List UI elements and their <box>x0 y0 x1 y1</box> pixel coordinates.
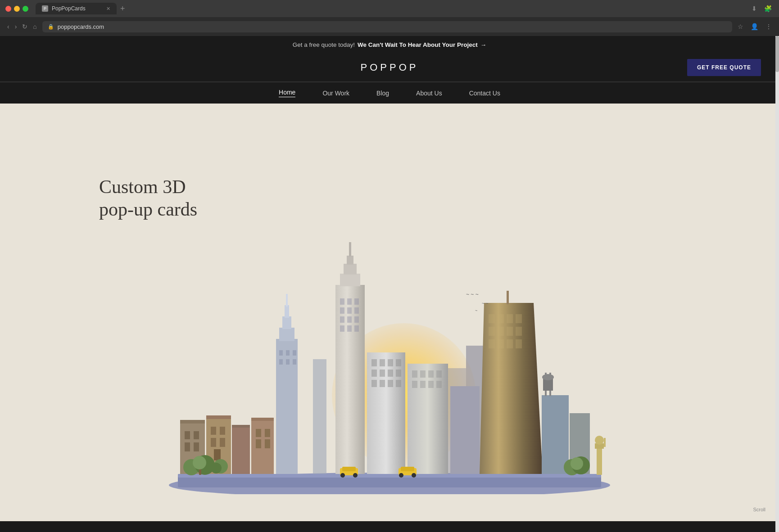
svg-rect-21 <box>251 420 274 474</box>
hero-title: Custom 3D pop-up cards <box>99 176 197 221</box>
svg-rect-89 <box>507 339 513 348</box>
home-button[interactable]: ⌂ <box>31 21 38 32</box>
tab-favicon: P <box>42 5 48 12</box>
svg-rect-23 <box>256 429 261 437</box>
announcement-normal: Get a free quote today! <box>293 41 355 48</box>
svg-rect-85 <box>507 327 513 336</box>
svg-rect-91 <box>507 291 509 304</box>
forward-button[interactable]: › <box>13 21 19 32</box>
svg-rect-39 <box>340 274 360 286</box>
svg-rect-30 <box>285 305 289 318</box>
svg-point-106 <box>571 457 583 470</box>
svg-rect-101 <box>199 469 201 475</box>
website-content: Get a free quote today! We Can't Wait To… <box>0 36 779 532</box>
address-bar[interactable]: 🔒 poppopcards.com <box>42 21 732 32</box>
svg-rect-41 <box>347 256 353 265</box>
profile-icon[interactable]: 👤 <box>749 21 760 32</box>
svg-point-103 <box>211 463 222 473</box>
site-logo[interactable]: POPPOP <box>361 62 419 73</box>
minimize-button[interactable] <box>14 6 20 12</box>
svg-point-117 <box>595 436 604 445</box>
svg-rect-59 <box>396 359 401 366</box>
new-tab-button[interactable]: + <box>118 4 127 14</box>
svg-rect-68 <box>408 364 448 474</box>
browser-tabs: P PopPopCards ✕ + <box>36 3 746 14</box>
svg-rect-54 <box>354 325 359 332</box>
menu-icon[interactable]: ⋮ <box>764 21 774 32</box>
scrollbar-thumb[interactable] <box>775 36 779 72</box>
svg-rect-50 <box>347 316 352 323</box>
nav-item-blog[interactable]: Blog <box>376 90 389 97</box>
svg-rect-56 <box>371 359 377 366</box>
svg-rect-58 <box>388 359 393 366</box>
svg-rect-24 <box>265 429 270 437</box>
svg-rect-37 <box>293 359 296 365</box>
svg-rect-61 <box>380 370 385 377</box>
svg-rect-11 <box>194 442 199 451</box>
svg-rect-118 <box>604 438 606 447</box>
svg-rect-88 <box>498 339 504 348</box>
svg-rect-60 <box>371 370 377 377</box>
svg-rect-26 <box>265 439 270 448</box>
nav-buttons: ‹ › ↻ ⌂ <box>5 21 39 32</box>
nav-item-home[interactable]: Home <box>279 89 295 97</box>
back-button[interactable]: ‹ <box>5 21 11 32</box>
svg-rect-70 <box>420 370 426 378</box>
hero-title-line1: Custom 3D <box>99 176 186 197</box>
svg-rect-75 <box>428 381 434 388</box>
svg-rect-53 <box>347 325 352 332</box>
nav-item-about-us[interactable]: About Us <box>416 90 442 97</box>
nav-item-our-work[interactable]: Our Work <box>322 90 349 97</box>
svg-rect-52 <box>340 325 344 332</box>
scrollbar-track <box>775 36 779 532</box>
browser-titlebar: P PopPopCards ✕ + ⬇ 🧩 <box>0 0 779 17</box>
active-tab[interactable]: P PopPopCards ✕ <box>36 3 117 14</box>
svg-rect-83 <box>489 327 495 336</box>
svg-rect-63 <box>396 370 401 377</box>
svg-rect-2 <box>178 474 601 478</box>
svg-rect-47 <box>347 307 352 314</box>
browser-chrome: P PopPopCards ✕ + ⬇ 🧩 ‹ › ↻ ⌂ 🔒 poppopca… <box>0 0 779 36</box>
hero-title-line2: pop-up cards <box>99 199 197 220</box>
downloads-icon[interactable]: ⬇ <box>750 3 759 14</box>
svg-rect-86 <box>516 327 522 336</box>
svg-rect-19 <box>232 427 250 474</box>
svg-rect-71 <box>428 370 434 378</box>
svg-rect-69 <box>412 370 417 378</box>
svg-point-110 <box>353 473 358 478</box>
tab-close-icon[interactable]: ✕ <box>106 6 110 12</box>
svg-rect-51 <box>354 316 359 323</box>
refresh-button[interactable]: ↻ <box>20 21 29 32</box>
fullscreen-button[interactable] <box>23 6 28 12</box>
extensions-icon[interactable]: 🧩 <box>762 3 774 14</box>
svg-text:~ ~: ~ ~ <box>482 301 489 306</box>
svg-rect-81 <box>507 314 513 323</box>
close-button[interactable] <box>5 6 11 12</box>
lock-icon: 🔒 <box>48 24 54 30</box>
svg-rect-77 <box>450 386 480 474</box>
nav-item-contact-us[interactable]: Contact Us <box>469 90 500 97</box>
svg-rect-74 <box>420 381 426 388</box>
scroll-indicator: Scroll <box>753 507 765 512</box>
svg-rect-33 <box>286 350 290 356</box>
svg-rect-115 <box>597 447 602 475</box>
svg-rect-34 <box>293 350 296 356</box>
svg-rect-3 <box>313 359 326 474</box>
bookmark-icon[interactable]: ☆ <box>736 21 745 32</box>
announcement-bar[interactable]: Get a free quote today! We Can't Wait To… <box>0 36 779 54</box>
svg-point-97 <box>542 374 554 380</box>
site-header: POPPOP GET FREE QUOTE <box>0 54 779 81</box>
svg-rect-49 <box>340 316 344 323</box>
window-controls: ⬇ 🧩 <box>750 3 774 14</box>
svg-rect-112 <box>401 467 414 471</box>
hero-text: Custom 3D pop-up cards <box>99 176 197 221</box>
svg-rect-18 <box>214 449 221 460</box>
get-free-quote-button[interactable]: GET FREE QUOTE <box>687 59 761 76</box>
svg-rect-9 <box>194 431 199 439</box>
svg-rect-43 <box>340 298 344 305</box>
svg-rect-108 <box>342 467 356 471</box>
svg-rect-28 <box>279 328 294 341</box>
svg-rect-13 <box>206 415 231 419</box>
svg-rect-46 <box>340 307 344 314</box>
svg-rect-40 <box>344 264 357 275</box>
